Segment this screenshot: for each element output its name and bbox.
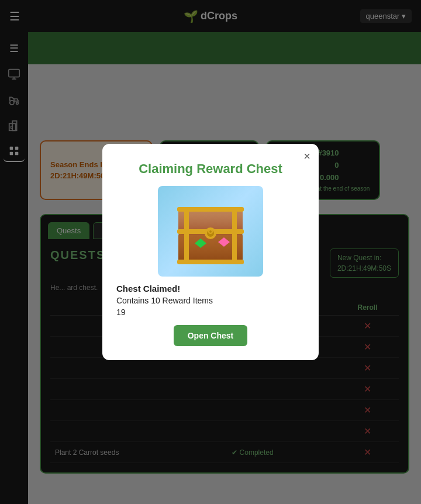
- modal-count: 19: [116, 308, 305, 317]
- modal-close-button[interactable]: ×: [303, 150, 310, 163]
- modal-overlay: × Claiming Reward Chest: [0, 0, 421, 504]
- svg-rect-20: [232, 208, 237, 264]
- modal-contains-text: Contains 10 Reward Items: [116, 296, 305, 305]
- modal-claimed-text: Chest Claimed!: [116, 284, 305, 294]
- claiming-reward-modal: × Claiming Reward Chest: [102, 144, 319, 360]
- open-chest-button[interactable]: Open Chest: [174, 325, 248, 346]
- modal-title: Claiming Reward Chest: [116, 161, 305, 177]
- chest-image: [158, 186, 263, 277]
- svg-rect-19: [184, 208, 189, 264]
